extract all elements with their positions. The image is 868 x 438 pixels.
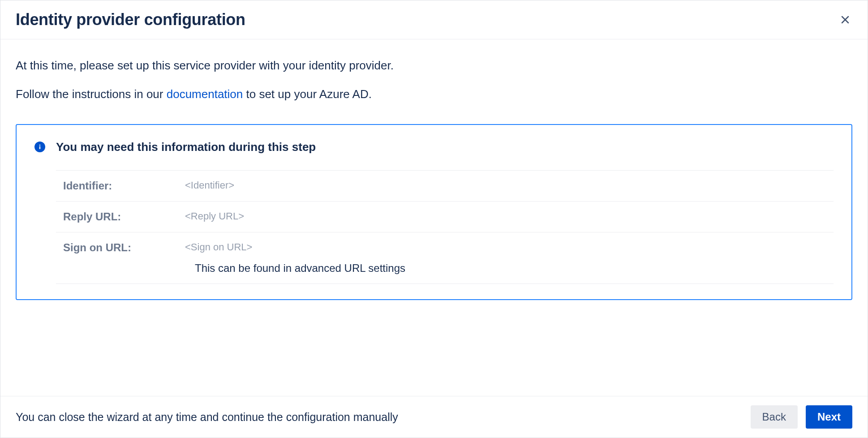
info-icon — [34, 142, 45, 152]
identifier-label: Identifier: — [56, 180, 181, 192]
footer-buttons: Back Next — [751, 405, 852, 429]
identifier-value: <Identifier> — [185, 180, 234, 191]
documentation-link[interactable]: documentation — [167, 87, 243, 101]
intro-line-1: At this time, please set up this service… — [16, 57, 852, 73]
reply-url-value-cell: <Reply URL> — [181, 210, 834, 222]
footer-hint: You can close the wizard at any time and… — [16, 411, 398, 424]
next-button[interactable]: Next — [806, 405, 852, 429]
sign-on-url-value: <Sign on URL> — [185, 241, 252, 253]
dialog-header: Identity provider configuration — [0, 0, 868, 39]
reply-url-value: <Reply URL> — [185, 210, 244, 222]
intro-line-2-pre: Follow the instructions in our — [16, 87, 167, 101]
sign-on-url-label: Sign on URL: — [56, 241, 181, 254]
dialog-title: Identity provider configuration — [16, 10, 245, 29]
close-button[interactable] — [838, 13, 852, 27]
intro-line-2: Follow the instructions in our documenta… — [16, 86, 852, 102]
sign-on-url-value-cell: <Sign on URL> This can be found in advan… — [181, 241, 834, 275]
info-row-identifier: Identifier: <Identifier> — [56, 170, 834, 201]
identifier-value-cell: <Identifier> — [181, 180, 834, 191]
info-row-reply-url: Reply URL: <Reply URL> — [56, 201, 834, 232]
back-button[interactable]: Back — [751, 405, 798, 429]
svg-point-2 — [39, 145, 41, 146]
info-table: Identifier: <Identifier> Reply URL: <Rep… — [56, 170, 834, 284]
info-panel-header: You may need this information during thi… — [34, 140, 834, 154]
info-row-sign-on-url: Sign on URL: <Sign on URL> This can be f… — [56, 232, 834, 284]
intro-line-2-post: to set up your Azure AD. — [243, 87, 372, 101]
close-icon — [840, 14, 851, 25]
info-panel-title: You may need this information during thi… — [56, 140, 316, 154]
dialog-content: At this time, please set up this service… — [0, 39, 868, 300]
reply-url-label: Reply URL: — [56, 210, 181, 223]
info-panel: You may need this information during thi… — [16, 124, 852, 300]
dialog-footer: You can close the wizard at any time and… — [0, 396, 868, 438]
sign-on-url-helper: This can be found in advanced URL settin… — [185, 262, 834, 275]
svg-rect-3 — [39, 146, 40, 149]
